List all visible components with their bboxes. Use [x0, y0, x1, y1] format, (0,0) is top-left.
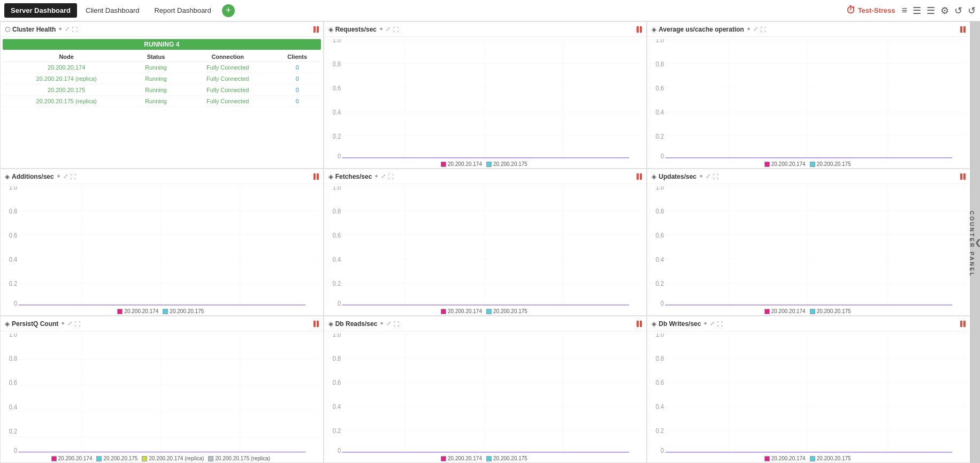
pin-icon-dbw[interactable]: ✦	[703, 320, 708, 327]
legend-item-175: 20.200.20.175	[486, 161, 527, 167]
cell-node[interactable]: 20.200.20.174	[3, 62, 130, 73]
expand1-dbw[interactable]: ⤢	[710, 320, 715, 327]
svg-rect-60	[3, 333, 319, 454]
svg-text:0.2: 0.2	[332, 280, 341, 288]
brand-tab[interactable]: Server Dashboard	[4, 3, 77, 18]
cell-connection: Fully Connected	[182, 62, 274, 73]
pause-button-db-reads[interactable]	[637, 321, 642, 327]
pause-button-avg[interactable]	[960, 26, 966, 33]
expand1-upd[interactable]: ⤢	[706, 173, 710, 180]
expand2-dbw[interactable]: ⛶	[717, 321, 723, 327]
pin-icon-req[interactable]: ✦	[379, 26, 384, 33]
pin-icon-dbr[interactable]: ✦	[379, 320, 384, 327]
expand2-dbr[interactable]: ⛶	[393, 321, 399, 327]
expand1-add[interactable]: ⤢	[63, 173, 68, 180]
cell-clients: 0	[274, 85, 321, 96]
expand2-req[interactable]: ⛶	[393, 26, 399, 33]
legend-label-175-dbr: 20.200.20.175	[493, 456, 527, 461]
legend-item-175r-pq: 20.200.20.175 (replica)	[208, 456, 270, 461]
menu-icon-3[interactable]: ☰	[927, 5, 935, 17]
svg-text:0.8: 0.8	[332, 60, 341, 68]
cell-node[interactable]: 20.200.20.175 (replica)	[3, 96, 130, 107]
menu-icon-2[interactable]: ☰	[913, 5, 921, 17]
panel-persistq: ◈ PersistQ Count ✦ ⤢ ⛶ 1.0 0.8 0.6	[0, 316, 324, 463]
pin-icon-avg[interactable]: ✦	[746, 26, 751, 33]
panel-title-area-db-writes: ◈ Db Writes/sec ✦ ⤢ ⛶	[652, 320, 723, 328]
legend-label-174-dbw: 20.200.20.174	[771, 456, 806, 461]
chart-svg-fetches: 1.0 0.8 0.6 0.4 0.2 0 6:08:15 pm 6:08:30…	[326, 186, 642, 307]
expand2-upd[interactable]: ⛶	[713, 173, 718, 180]
svg-text:1.0: 1.0	[332, 39, 341, 44]
expand2-fetch[interactable]: ⛶	[388, 173, 394, 180]
legend-item-175-upd: 20.200.20.175	[810, 308, 851, 314]
pause-button-updates[interactable]	[960, 173, 966, 180]
pin-icon-pq[interactable]: ✦	[60, 320, 65, 327]
topnav-icons: ≡ ☰ ☰ ⚙ ↺ ↺	[901, 5, 976, 17]
panel-title-additions: Additions/sec	[12, 173, 54, 180]
panel-title-db-reads: Db Reads/sec	[335, 320, 378, 328]
legend-item-175-avg: 20.200.20.175	[810, 161, 851, 167]
refresh2-icon[interactable]: ↺	[968, 5, 976, 17]
expand1-pq[interactable]: ⤢	[67, 320, 72, 327]
expand1-dbr[interactable]: ⤢	[386, 320, 391, 327]
legend-label-174: 20.200.20.174	[448, 161, 482, 167]
panel-header-db-writes: ◈ Db Writes/sec ✦ ⤢ ⛶	[647, 316, 970, 331]
legend-item-174-fetch: 20.200.20.174	[441, 308, 482, 314]
panel-title-cluster: Cluster Health	[12, 26, 56, 33]
legend-label-175-pq: 20.200.20.175	[103, 456, 137, 461]
chart-area-avg: 1.0 0.8 0.6 0.4 0.2 0 6:08:15 pm 6:08:30…	[649, 39, 966, 160]
pause-button-db-writes[interactable]	[960, 321, 966, 327]
main-layout: ⬡ Cluster Health ✦ ⤢ ⛶ RUNNING 4 Node S	[0, 21, 980, 463]
menu-icon-1[interactable]: ≡	[901, 5, 907, 16]
pause-button-persistq[interactable]	[313, 321, 319, 327]
pause-button-fetches[interactable]	[637, 173, 642, 180]
expand2-add[interactable]: ⛶	[70, 173, 76, 180]
svg-text:0.8: 0.8	[656, 60, 664, 68]
svg-text:0: 0	[14, 446, 17, 454]
pin-icon-add[interactable]: ✦	[56, 173, 61, 180]
panel-title-area-fetches: ◈ Fetches/sec ✦ ⤢ ⛶	[328, 173, 394, 180]
expand1-req[interactable]: ⤢	[386, 26, 391, 33]
refresh-icon[interactable]: ↺	[954, 5, 962, 17]
pin-icon-fetch[interactable]: ✦	[374, 173, 379, 180]
expand2-avg[interactable]: ⛶	[760, 26, 766, 33]
chart-content-updates: 1.0 0.8 0.6 0.4 0.2 0 6:08:15 pm 6:08:30…	[647, 184, 970, 315]
chart-svg-additions: 1.0 0.8 0.6 0.4 0.2 0 6:08:15 pm 6:08:30…	[3, 186, 319, 307]
cluster-content: RUNNING 4 Node Status Connection Clients…	[1, 37, 323, 168]
pause-button-cluster[interactable]	[313, 26, 319, 33]
pin-icon-upd[interactable]: ✦	[699, 173, 703, 180]
chart-icon-db-writes: ◈	[652, 320, 656, 328]
add-dashboard-button[interactable]: +	[222, 4, 235, 17]
client-dashboard-tab[interactable]: Client Dashboard	[79, 3, 146, 18]
cell-connection: Fully Connected	[182, 85, 274, 96]
svg-text:0.4: 0.4	[332, 403, 341, 411]
expand1-avg[interactable]: ⤢	[753, 26, 758, 33]
svg-text:0.2: 0.2	[656, 427, 664, 435]
pause-button-additions[interactable]	[313, 173, 319, 180]
expand1-fetch[interactable]: ⤢	[381, 173, 386, 180]
chart-legend-fetches: 20.200.20.174 20.200.20.175	[326, 307, 642, 314]
pause-button-requests[interactable]	[637, 26, 642, 33]
svg-text:0.6: 0.6	[9, 231, 18, 239]
report-dashboard-tab[interactable]: Report Dashboard	[148, 3, 217, 18]
table-row: 20.200.20.174 (replica) Running Fully Co…	[3, 73, 321, 85]
panel-title-area-persistq: ◈ PersistQ Count ✦ ⤢ ⛶	[5, 320, 80, 328]
panel-header-persistq: ◈ PersistQ Count ✦ ⤢ ⛶	[1, 316, 323, 331]
svg-text:0.4: 0.4	[656, 109, 664, 117]
cell-node[interactable]: 20.200.20.174 (replica)	[3, 73, 130, 85]
counter-panel-label: COUNTER PANEL	[969, 211, 975, 277]
chart-icon-additions: ◈	[5, 173, 10, 180]
counter-panel[interactable]: ❮ COUNTER PANEL	[970, 21, 980, 463]
expand-icon-2[interactable]: ⛶	[72, 26, 78, 33]
expand2-pq[interactable]: ⛶	[74, 321, 80, 327]
svg-text:0.2: 0.2	[332, 427, 341, 435]
dashboard-grid: ⬡ Cluster Health ✦ ⤢ ⛶ RUNNING 4 Node S	[0, 21, 970, 463]
expand-icon-1[interactable]: ⤢	[65, 26, 70, 33]
pin-icon[interactable]: ✦	[58, 26, 63, 33]
settings-icon[interactable]: ⚙	[940, 5, 949, 17]
cell-node[interactable]: 20.200.20.175	[3, 85, 130, 96]
svg-text:0.4: 0.4	[656, 256, 664, 264]
counter-chevron-icon[interactable]: ❮	[975, 238, 980, 247]
panel-title-area-avg: ◈ Average us/cache operation ✦ ⤢ ⛶	[652, 26, 766, 33]
svg-rect-0	[326, 39, 642, 160]
